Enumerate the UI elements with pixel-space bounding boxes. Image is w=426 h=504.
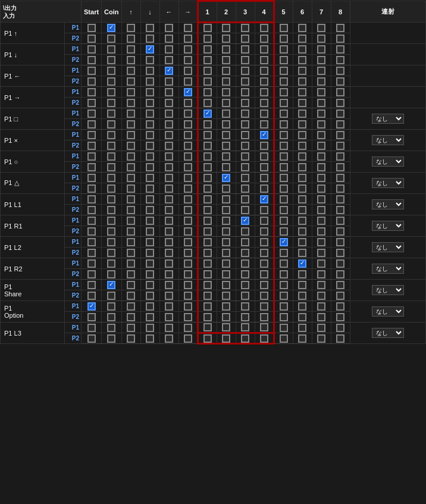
checkbox[interactable] <box>146 152 154 161</box>
checkbox-cell[interactable] <box>217 108 236 119</box>
checkbox-cell[interactable] <box>121 44 140 55</box>
checkbox-cell[interactable] <box>255 226 274 237</box>
checkbox[interactable] <box>146 67 154 75</box>
checkbox-cell[interactable] <box>140 173 159 183</box>
checkbox[interactable] <box>241 334 249 343</box>
checkbox-cell[interactable] <box>159 55 178 65</box>
checkbox[interactable] <box>298 238 306 246</box>
checkbox[interactable] <box>165 163 173 171</box>
checkbox-cell[interactable] <box>293 301 312 312</box>
checkbox[interactable] <box>87 270 96 278</box>
checkbox-cell[interactable] <box>331 162 350 173</box>
checkbox[interactable] <box>203 142 212 150</box>
checkbox-cell[interactable] <box>217 119 236 130</box>
checkbox-cell[interactable] <box>82 194 102 205</box>
checkbox[interactable] <box>184 174 192 182</box>
checkbox[interactable] <box>165 302 173 311</box>
checkbox[interactable]: ✓ <box>146 45 154 54</box>
checkbox[interactable] <box>127 142 135 150</box>
checkbox-cell[interactable] <box>178 140 198 151</box>
checkbox[interactable] <box>165 206 173 214</box>
checkbox[interactable] <box>203 195 212 204</box>
checkbox[interactable] <box>184 120 192 129</box>
checkbox-cell[interactable] <box>274 33 293 44</box>
checkbox[interactable] <box>107 109 115 118</box>
checkbox[interactable] <box>127 195 135 204</box>
checkbox-cell[interactable] <box>159 76 178 87</box>
checkbox-cell[interactable] <box>178 44 198 55</box>
checkbox-cell[interactable] <box>331 269 350 280</box>
checkbox[interactable] <box>241 142 249 150</box>
checkbox[interactable] <box>241 24 249 32</box>
checkbox[interactable] <box>203 45 212 54</box>
checkbox-cell[interactable] <box>102 226 121 237</box>
checkbox-cell[interactable] <box>82 33 102 44</box>
checkbox[interactable] <box>87 259 96 268</box>
checkbox-cell[interactable] <box>217 140 236 151</box>
checkbox[interactable] <box>298 217 306 225</box>
checkbox[interactable] <box>280 67 288 75</box>
checkbox-cell[interactable] <box>312 215 331 226</box>
checkbox[interactable] <box>87 88 96 96</box>
checkbox[interactable] <box>317 163 325 171</box>
checkbox[interactable] <box>317 174 325 182</box>
checkbox[interactable] <box>146 249 154 257</box>
checkbox-cell[interactable] <box>255 205 274 215</box>
checkbox-cell[interactable] <box>312 205 331 215</box>
checkbox-cell[interactable] <box>274 173 293 183</box>
checkbox[interactable] <box>317 217 325 225</box>
checkbox[interactable] <box>317 324 325 332</box>
checkbox[interactable] <box>203 292 212 300</box>
checkbox-cell[interactable] <box>331 55 350 65</box>
checkbox-cell[interactable] <box>102 87 121 98</box>
checkbox-cell[interactable] <box>293 98 312 108</box>
checkbox-cell[interactable] <box>331 130 350 140</box>
checkbox[interactable] <box>298 302 306 311</box>
checkbox-cell[interactable] <box>140 290 159 301</box>
checkbox[interactable] <box>298 292 306 300</box>
checkbox-cell[interactable] <box>331 248 350 258</box>
checkbox[interactable] <box>280 292 288 300</box>
checkbox[interactable] <box>127 35 135 43</box>
checkbox[interactable] <box>165 77 173 86</box>
checkbox-cell[interactable] <box>293 55 312 65</box>
checkbox-cell[interactable] <box>274 151 293 162</box>
checkbox[interactable] <box>317 131 325 139</box>
checkbox[interactable] <box>127 99 135 107</box>
checkbox-cell[interactable]: ✓ <box>236 215 255 226</box>
checkbox-cell[interactable] <box>140 119 159 130</box>
checkbox-cell[interactable] <box>274 183 293 194</box>
checkbox-cell[interactable] <box>274 76 293 87</box>
checkbox[interactable] <box>260 238 268 246</box>
checkbox-cell[interactable]: ✓ <box>255 194 274 205</box>
checkbox[interactable] <box>280 152 288 161</box>
checkbox-cell[interactable] <box>236 108 255 119</box>
checkbox-cell[interactable] <box>140 258 159 269</box>
checkbox[interactable]: ✓ <box>260 131 268 139</box>
checkbox[interactable] <box>317 249 325 257</box>
checkbox[interactable] <box>203 313 212 321</box>
checkbox-cell[interactable] <box>102 301 121 312</box>
checkbox-cell[interactable] <box>178 33 198 44</box>
checkbox-cell[interactable] <box>236 183 255 194</box>
checkbox-cell[interactable] <box>312 194 331 205</box>
checkbox[interactable] <box>222 88 230 96</box>
checkbox-cell[interactable] <box>217 269 236 280</box>
checkbox[interactable] <box>184 35 192 43</box>
checkbox-cell[interactable] <box>236 194 255 205</box>
checkbox[interactable] <box>203 24 212 32</box>
checkbox-cell[interactable] <box>102 108 121 119</box>
checkbox-cell[interactable] <box>274 258 293 269</box>
checkbox[interactable] <box>298 313 306 321</box>
checkbox-cell[interactable] <box>331 290 350 301</box>
checkbox-cell[interactable] <box>255 290 274 301</box>
checkbox-cell[interactable] <box>159 98 178 108</box>
checkbox-cell[interactable] <box>331 323 350 333</box>
checkbox-cell[interactable] <box>331 65 350 76</box>
checkbox-cell[interactable] <box>331 140 350 151</box>
checkbox[interactable] <box>280 109 288 118</box>
checkbox-cell[interactable]: ✓ <box>255 130 274 140</box>
checkbox-cell[interactable] <box>198 33 217 44</box>
checkbox[interactable] <box>317 292 325 300</box>
checkbox-cell[interactable] <box>140 98 159 108</box>
